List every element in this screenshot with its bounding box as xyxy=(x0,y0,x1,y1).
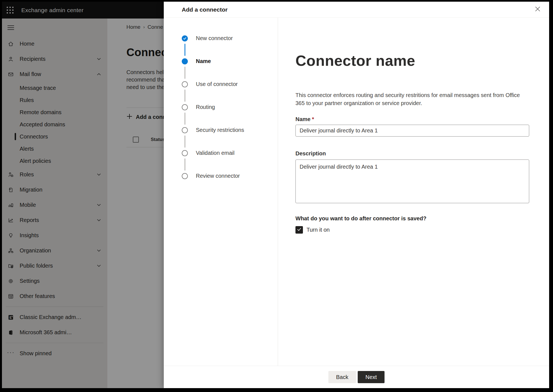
wizard-step-label: Name xyxy=(196,58,211,64)
connector-description-textarea[interactable]: Deliver journal directly to Area 1 xyxy=(295,160,529,203)
wizard-step-label: Security restrictions xyxy=(196,127,244,133)
screenshot-frame: Exchange admin center HomeRecipientsMail… xyxy=(0,0,553,392)
step-circle-icon xyxy=(182,81,188,87)
required-asterisk: * xyxy=(312,116,314,122)
dialog-title: Add a connector xyxy=(182,6,228,13)
connector-name-input[interactable] xyxy=(295,125,529,137)
exchange-admin-app: Exchange admin center HomeRecipientsMail… xyxy=(2,2,549,388)
wizard-step-label: Use of connector xyxy=(196,81,238,87)
step-circle-icon xyxy=(182,127,188,133)
step-description: This connector enforces routing and secu… xyxy=(295,91,529,107)
wizard-step-label: New connector xyxy=(196,35,233,41)
dialog-content: Connector name This connector enforces r… xyxy=(278,18,549,366)
turn-it-on-checkbox-row[interactable]: Turn it on xyxy=(295,226,529,234)
wizard-stepper: New connectorNameUse of connectorRouting… xyxy=(164,18,278,366)
after-save-question: What do you want to do after connector i… xyxy=(295,215,529,222)
close-icon xyxy=(535,6,541,13)
wizard-step-review-connector[interactable]: Review connector xyxy=(164,173,278,179)
step-connector-line xyxy=(185,90,185,102)
step-circle-icon xyxy=(182,104,188,110)
wizard-step-label: Validation email xyxy=(196,150,235,156)
wizard-step-use-of-connector[interactable]: Use of connector xyxy=(164,81,278,87)
step-completed-check-icon xyxy=(182,35,188,41)
wizard-step-validation-email[interactable]: Validation email xyxy=(164,150,278,156)
wizard-step-name[interactable]: Name xyxy=(164,58,278,64)
turn-it-on-checkbox[interactable] xyxy=(295,226,303,234)
step-connector-line xyxy=(185,158,185,171)
dialog-header: Add a connector xyxy=(164,2,549,18)
step-circle-icon xyxy=(182,173,188,179)
wizard-step-security-restrictions[interactable]: Security restrictions xyxy=(164,127,278,133)
turn-it-on-label: Turn it on xyxy=(307,227,330,233)
step-current-dot-icon xyxy=(182,58,188,64)
checkmark-icon xyxy=(297,227,302,233)
next-button[interactable]: Next xyxy=(358,371,385,383)
wizard-step-label: Review connector xyxy=(196,173,240,179)
wizard-step-label: Routing xyxy=(196,104,215,110)
step-connector-line xyxy=(185,113,185,125)
wizard-step-new-connector[interactable]: New connector xyxy=(164,35,278,41)
close-button[interactable] xyxy=(533,5,542,15)
description-field-label: Description xyxy=(295,150,529,157)
step-heading: Connector name xyxy=(295,52,529,69)
back-button[interactable]: Back xyxy=(328,371,356,383)
name-field-label: Name* xyxy=(295,116,529,122)
step-circle-icon xyxy=(182,150,188,156)
dialog-body: New connectorNameUse of connectorRouting… xyxy=(164,18,549,366)
step-connector-line xyxy=(185,135,185,148)
dialog-footer: Back Next xyxy=(164,366,549,388)
step-connector-line xyxy=(185,67,185,79)
add-connector-dialog: Add a connector New connectorNameUse of … xyxy=(164,2,549,388)
wizard-step-routing[interactable]: Routing xyxy=(164,104,278,110)
step-connector-line xyxy=(185,44,185,56)
